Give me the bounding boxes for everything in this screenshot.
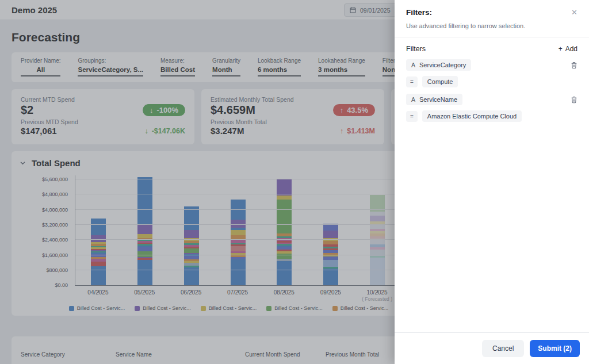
filter-value-row: =Compute: [406, 76, 577, 87]
filter-value-chip[interactable]: Compute: [422, 76, 458, 87]
add-filter-button[interactable]: + Add: [559, 45, 577, 53]
app-screen: Demo 2025 09/01/2025 10/01/2025 Forecast…: [0, 0, 589, 364]
plus-icon: +: [559, 45, 563, 53]
filter-field-row: AServiceCategory: [406, 59, 577, 71]
filter-field-name: ServiceName: [419, 96, 457, 103]
filters-panel: Filters: ✕ Use advanced filtering to nar…: [395, 0, 589, 364]
panel-title: Filters:: [406, 8, 432, 17]
text-type-icon: A: [411, 62, 415, 68]
filter-field-chip[interactable]: AServiceName: [406, 94, 462, 105]
filter-field-chip[interactable]: AServiceCategory: [406, 59, 471, 71]
filter-field-row: AServiceName: [406, 94, 577, 105]
cancel-button[interactable]: Cancel: [482, 340, 524, 357]
panel-footer: Cancel Submit (2): [395, 332, 589, 364]
filter-value-chip[interactable]: Amazon Elastic Compute Cloud: [422, 110, 522, 122]
trash-icon[interactable]: [571, 62, 577, 69]
trash-icon[interactable]: [571, 96, 577, 104]
filter-value-row: =Amazon Elastic Compute Cloud: [406, 110, 577, 122]
operator-chip[interactable]: =: [406, 76, 418, 87]
operator-chip[interactable]: =: [406, 111, 418, 122]
filter-chip-list: AServiceCategory=ComputeAServiceName=Ama…: [406, 59, 577, 122]
text-type-icon: A: [411, 96, 415, 103]
filter-group-ServiceCategory: AServiceCategory=Compute: [406, 59, 577, 87]
panel-subtitle: Use advanced filtering to narrow selecti…: [406, 22, 577, 29]
close-icon[interactable]: ✕: [571, 9, 577, 16]
filter-group-ServiceName: AServiceName=Amazon Elastic Compute Clou…: [406, 94, 577, 122]
submit-button[interactable]: Submit (2): [530, 340, 580, 357]
filters-section-title: Filters: [406, 45, 426, 53]
filter-field-name: ServiceCategory: [419, 62, 466, 68]
